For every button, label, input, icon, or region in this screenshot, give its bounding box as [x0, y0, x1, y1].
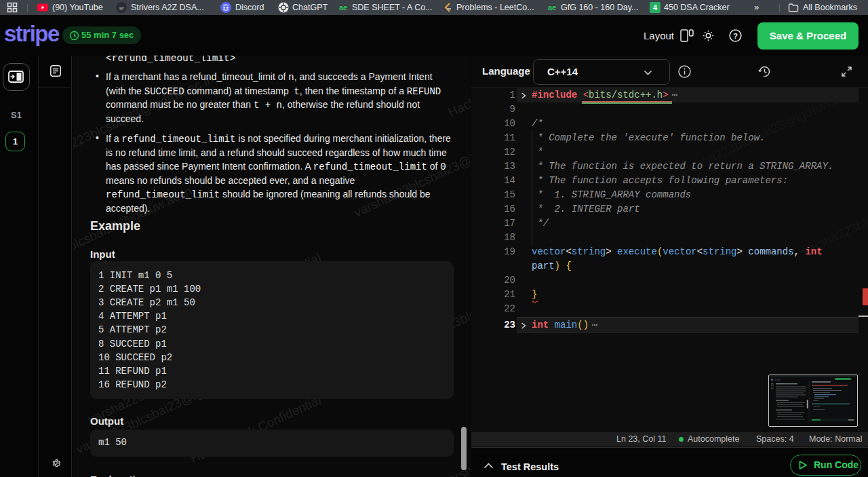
svg-text:tuf: tuf: [119, 6, 123, 10]
svg-text:4: 4: [653, 3, 658, 12]
svg-text:ae: ae: [548, 3, 556, 12]
svg-text:?: ?: [733, 32, 738, 40]
svg-text:ae: ae: [339, 3, 347, 12]
